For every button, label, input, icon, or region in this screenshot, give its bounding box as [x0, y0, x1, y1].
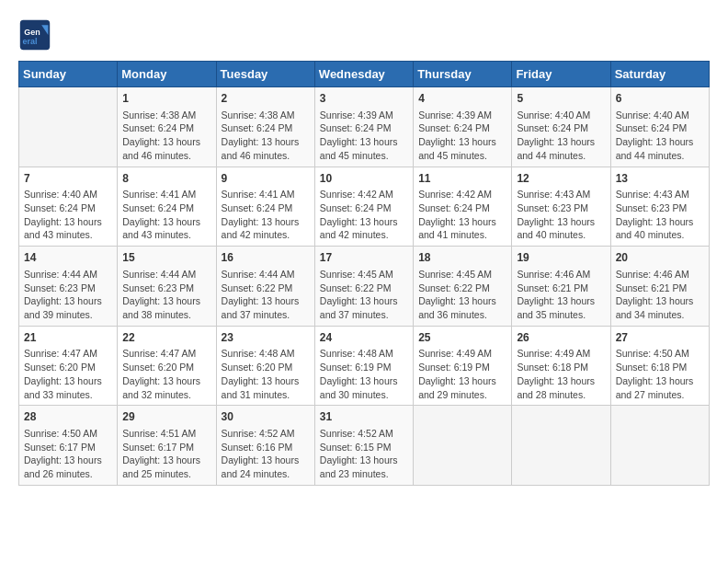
cell-content: Sunrise: 4:40 AMSunset: 6:24 PMDaylight:… — [517, 109, 605, 163]
calendar-cell: 12Sunrise: 4:43 AMSunset: 6:23 PMDayligh… — [512, 167, 610, 247]
cell-content: Sunrise: 4:40 AMSunset: 6:24 PMDaylight:… — [616, 109, 704, 163]
calendar-week-5: 28Sunrise: 4:50 AMSunset: 6:17 PMDayligh… — [19, 406, 710, 486]
calendar-cell: 31Sunrise: 4:52 AMSunset: 6:15 PMDayligh… — [314, 406, 413, 486]
day-number: 16 — [222, 250, 310, 266]
day-number: 11 — [418, 171, 506, 187]
day-header-saturday: Saturday — [610, 62, 709, 87]
calendar-cell: 28Sunrise: 4:50 AMSunset: 6:17 PMDayligh… — [19, 406, 118, 486]
day-header-friday: Friday — [512, 62, 610, 87]
cell-content: Sunrise: 4:45 AMSunset: 6:22 PMDaylight:… — [418, 268, 506, 322]
day-number: 25 — [418, 330, 506, 346]
cell-content: Sunrise: 4:42 AMSunset: 6:24 PMDaylight:… — [320, 188, 408, 242]
cell-content: Sunrise: 4:47 AMSunset: 6:20 PMDaylight:… — [24, 347, 112, 401]
cell-content: Sunrise: 4:46 AMSunset: 6:21 PMDaylight:… — [616, 268, 704, 322]
day-number: 18 — [418, 250, 506, 266]
calendar-cell: 18Sunrise: 4:45 AMSunset: 6:22 PMDayligh… — [414, 247, 512, 327]
header-row: SundayMondayTuesdayWednesdayThursdayFrid… — [19, 62, 710, 87]
calendar-cell: 15Sunrise: 4:44 AMSunset: 6:23 PMDayligh… — [118, 247, 216, 327]
day-number: 17 — [320, 250, 408, 266]
calendar-cell: 22Sunrise: 4:47 AMSunset: 6:20 PMDayligh… — [118, 326, 216, 406]
calendar-table: SundayMondayTuesdayWednesdayThursdayFrid… — [18, 61, 710, 486]
page-header: Gen eral — [18, 18, 710, 52]
day-number: 29 — [122, 409, 210, 425]
day-header-sunday: Sunday — [19, 62, 118, 87]
calendar-cell — [414, 406, 512, 486]
calendar-cell: 6Sunrise: 4:40 AMSunset: 6:24 PMDaylight… — [610, 87, 709, 167]
day-number: 5 — [517, 91, 605, 107]
day-header-wednesday: Wednesday — [314, 62, 413, 87]
calendar-cell: 25Sunrise: 4:49 AMSunset: 6:19 PMDayligh… — [414, 326, 512, 406]
calendar-cell: 2Sunrise: 4:38 AMSunset: 6:24 PMDaylight… — [216, 87, 314, 167]
cell-content: Sunrise: 4:44 AMSunset: 6:22 PMDaylight:… — [222, 268, 310, 322]
cell-content: Sunrise: 4:46 AMSunset: 6:21 PMDaylight:… — [517, 268, 605, 322]
logo-icon: Gen eral — [18, 18, 51, 52]
calendar-cell: 10Sunrise: 4:42 AMSunset: 6:24 PMDayligh… — [314, 167, 413, 247]
cell-content: Sunrise: 4:43 AMSunset: 6:23 PMDaylight:… — [616, 188, 704, 242]
day-number: 15 — [122, 250, 210, 266]
calendar-cell: 3Sunrise: 4:39 AMSunset: 6:24 PMDaylight… — [314, 87, 413, 167]
cell-content: Sunrise: 4:41 AMSunset: 6:24 PMDaylight:… — [122, 188, 210, 242]
day-number: 4 — [418, 91, 506, 107]
logo: Gen eral — [18, 18, 57, 52]
cell-content: Sunrise: 4:45 AMSunset: 6:22 PMDaylight:… — [320, 268, 408, 322]
cell-content: Sunrise: 4:50 AMSunset: 6:17 PMDaylight:… — [24, 427, 112, 481]
day-number: 30 — [222, 409, 310, 425]
calendar-cell: 30Sunrise: 4:52 AMSunset: 6:16 PMDayligh… — [216, 406, 314, 486]
calendar-cell — [512, 406, 610, 486]
cell-content: Sunrise: 4:40 AMSunset: 6:24 PMDaylight:… — [24, 188, 112, 242]
day-number: 7 — [24, 171, 112, 187]
cell-content: Sunrise: 4:43 AMSunset: 6:23 PMDaylight:… — [517, 188, 605, 242]
calendar-cell: 11Sunrise: 4:42 AMSunset: 6:24 PMDayligh… — [414, 167, 512, 247]
calendar-cell: 4Sunrise: 4:39 AMSunset: 6:24 PMDaylight… — [414, 87, 512, 167]
calendar-body: 1Sunrise: 4:38 AMSunset: 6:24 PMDaylight… — [19, 87, 710, 486]
cell-content: Sunrise: 4:44 AMSunset: 6:23 PMDaylight:… — [24, 268, 112, 322]
calendar-cell: 24Sunrise: 4:48 AMSunset: 6:19 PMDayligh… — [314, 326, 413, 406]
svg-text:Gen: Gen — [24, 28, 40, 37]
cell-content: Sunrise: 4:44 AMSunset: 6:23 PMDaylight:… — [122, 268, 210, 322]
calendar-cell: 8Sunrise: 4:41 AMSunset: 6:24 PMDaylight… — [118, 167, 216, 247]
day-number: 23 — [222, 330, 310, 346]
day-number: 31 — [320, 409, 408, 425]
day-number: 22 — [122, 330, 210, 346]
day-header-tuesday: Tuesday — [216, 62, 314, 87]
calendar-cell — [610, 406, 709, 486]
cell-content: Sunrise: 4:47 AMSunset: 6:20 PMDaylight:… — [122, 347, 210, 401]
calendar-cell — [19, 87, 118, 167]
calendar-cell: 5Sunrise: 4:40 AMSunset: 6:24 PMDaylight… — [512, 87, 610, 167]
day-number: 26 — [517, 330, 605, 346]
calendar-week-4: 21Sunrise: 4:47 AMSunset: 6:20 PMDayligh… — [19, 326, 710, 406]
calendar-cell: 21Sunrise: 4:47 AMSunset: 6:20 PMDayligh… — [19, 326, 118, 406]
day-number: 20 — [616, 250, 704, 266]
day-header-thursday: Thursday — [414, 62, 512, 87]
svg-text:eral: eral — [23, 37, 38, 46]
calendar-cell: 23Sunrise: 4:48 AMSunset: 6:20 PMDayligh… — [216, 326, 314, 406]
cell-content: Sunrise: 4:38 AMSunset: 6:24 PMDaylight:… — [122, 109, 210, 163]
day-number: 10 — [320, 171, 408, 187]
calendar-cell: 19Sunrise: 4:46 AMSunset: 6:21 PMDayligh… — [512, 247, 610, 327]
calendar-cell: 7Sunrise: 4:40 AMSunset: 6:24 PMDaylight… — [19, 167, 118, 247]
cell-content: Sunrise: 4:38 AMSunset: 6:24 PMDaylight:… — [222, 109, 310, 163]
day-number: 14 — [24, 250, 112, 266]
calendar-week-1: 1Sunrise: 4:38 AMSunset: 6:24 PMDaylight… — [19, 87, 710, 167]
cell-content: Sunrise: 4:51 AMSunset: 6:17 PMDaylight:… — [122, 427, 210, 481]
calendar-week-3: 14Sunrise: 4:44 AMSunset: 6:23 PMDayligh… — [19, 247, 710, 327]
day-number: 27 — [616, 330, 704, 346]
cell-content: Sunrise: 4:39 AMSunset: 6:24 PMDaylight:… — [418, 109, 506, 163]
cell-content: Sunrise: 4:49 AMSunset: 6:18 PMDaylight:… — [517, 347, 605, 401]
day-number: 1 — [122, 91, 210, 107]
cell-content: Sunrise: 4:50 AMSunset: 6:18 PMDaylight:… — [616, 347, 704, 401]
calendar-cell: 13Sunrise: 4:43 AMSunset: 6:23 PMDayligh… — [610, 167, 709, 247]
cell-content: Sunrise: 4:48 AMSunset: 6:19 PMDaylight:… — [320, 347, 408, 401]
calendar-cell: 26Sunrise: 4:49 AMSunset: 6:18 PMDayligh… — [512, 326, 610, 406]
calendar-cell: 29Sunrise: 4:51 AMSunset: 6:17 PMDayligh… — [118, 406, 216, 486]
day-number: 21 — [24, 330, 112, 346]
calendar-cell: 20Sunrise: 4:46 AMSunset: 6:21 PMDayligh… — [610, 247, 709, 327]
day-number: 24 — [320, 330, 408, 346]
cell-content: Sunrise: 4:39 AMSunset: 6:24 PMDaylight:… — [320, 109, 408, 163]
calendar-cell: 1Sunrise: 4:38 AMSunset: 6:24 PMDaylight… — [118, 87, 216, 167]
day-number: 9 — [222, 171, 310, 187]
cell-content: Sunrise: 4:52 AMSunset: 6:15 PMDaylight:… — [320, 427, 408, 481]
day-number: 2 — [222, 91, 310, 107]
cell-content: Sunrise: 4:42 AMSunset: 6:24 PMDaylight:… — [418, 188, 506, 242]
calendar-cell: 27Sunrise: 4:50 AMSunset: 6:18 PMDayligh… — [610, 326, 709, 406]
